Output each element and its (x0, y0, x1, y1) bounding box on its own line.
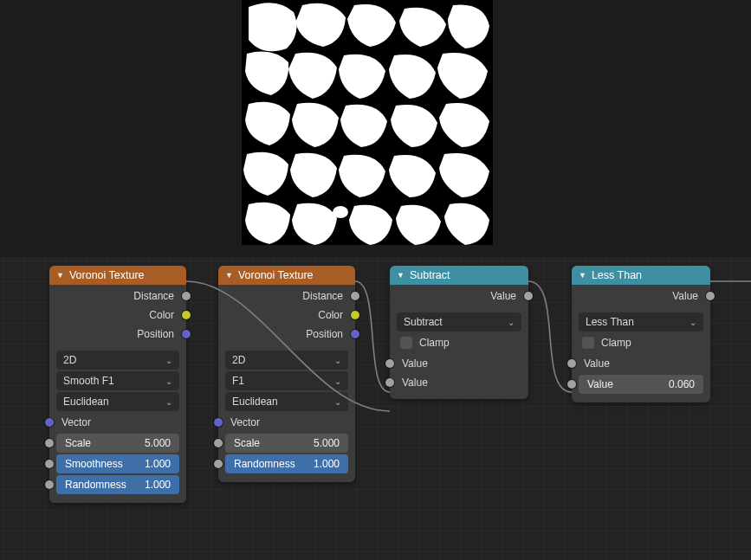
clamp-checkbox[interactable] (582, 337, 594, 349)
socket-threshold-in[interactable] (567, 380, 576, 389)
collapse-triangle-icon[interactable]: ▼ (397, 271, 405, 280)
input-value-2: Value (390, 373, 528, 392)
voronoi-preview-svg (242, 0, 493, 245)
socket-color-out[interactable] (351, 311, 359, 319)
chevron-down-icon: ⌄ (165, 356, 172, 365)
metric-select[interactable]: Euclidean ⌄ (225, 392, 348, 411)
node-header[interactable]: ▼ Voronoi Texture (218, 266, 355, 285)
output-color: Color (218, 306, 355, 325)
mode-select[interactable]: Smooth F1 ⌄ (56, 371, 179, 390)
output-distance: Distance (49, 286, 186, 306)
node-title: Voronoi Texture (69, 269, 145, 281)
socket-distance-out[interactable] (351, 292, 359, 300)
chevron-down-icon: ⌄ (508, 318, 515, 327)
svg-point-1 (333, 206, 348, 218)
math-subtract-node[interactable]: ▼ Subtract Value Subtract ⌄ Clamp Value … (390, 266, 528, 399)
texture-preview (242, 0, 493, 245)
randomness-field[interactable]: Randomness 1.000 (56, 475, 179, 494)
threshold-field[interactable]: Value 0.060 (579, 375, 703, 394)
output-position: Position (49, 325, 186, 344)
scale-field[interactable]: Scale 5.000 (56, 434, 179, 453)
socket-color-out[interactable] (182, 311, 191, 319)
input-value-1: Value (390, 354, 528, 373)
socket-position-out[interactable] (351, 330, 359, 338)
clamp-row: Clamp (579, 333, 703, 352)
output-value: Value (390, 286, 528, 306)
operation-select[interactable]: Less Than ⌄ (579, 312, 703, 331)
output-color: Color (49, 306, 186, 325)
node-header[interactable]: ▼ Subtract (390, 266, 528, 285)
node-title: Voronoi Texture (238, 269, 314, 281)
chevron-down-icon: ⌄ (334, 377, 341, 386)
socket-value1-in[interactable] (567, 359, 576, 368)
socket-smoothness-in[interactable] (45, 460, 54, 468)
socket-randomness-in[interactable] (45, 480, 54, 489)
randomness-field[interactable]: Randomness 1.000 (225, 454, 348, 473)
voronoi-texture-node-2[interactable]: ▼ Voronoi Texture Distance Color Positio… (218, 266, 355, 482)
mode-select[interactable]: F1 ⌄ (225, 371, 348, 390)
node-header[interactable]: ▼ Less Than (572, 266, 710, 285)
output-distance: Distance (218, 286, 355, 306)
socket-scale-in[interactable] (45, 439, 54, 447)
chevron-down-icon: ⌄ (165, 377, 172, 386)
node-header[interactable]: ▼ Voronoi Texture (49, 266, 186, 285)
socket-randomness-in[interactable] (214, 460, 223, 468)
socket-vector-in[interactable] (45, 418, 54, 427)
socket-value-out[interactable] (524, 292, 533, 300)
socket-scale-in[interactable] (214, 439, 223, 447)
dimensions-select[interactable]: 2D ⌄ (225, 351, 348, 370)
smoothness-field[interactable]: Smoothness 1.000 (56, 454, 179, 473)
node-title: Less Than (592, 269, 642, 281)
input-value-1: Value (572, 354, 710, 373)
collapse-triangle-icon[interactable]: ▼ (579, 271, 586, 280)
chevron-down-icon: ⌄ (165, 397, 172, 407)
socket-value2-in[interactable] (385, 378, 394, 387)
voronoi-texture-node-1[interactable]: ▼ Voronoi Texture Distance Color Positio… (49, 266, 186, 503)
math-less-than-node[interactable]: ▼ Less Than Value Less Than ⌄ Clamp Valu… (572, 266, 710, 402)
collapse-triangle-icon[interactable]: ▼ (56, 271, 64, 280)
preview-area (0, 0, 751, 257)
scale-field[interactable]: Scale 5.000 (225, 434, 348, 453)
chevron-down-icon: ⌄ (334, 397, 341, 407)
clamp-row: Clamp (397, 333, 521, 352)
clamp-checkbox[interactable] (400, 337, 412, 349)
metric-select[interactable]: Euclidean ⌄ (56, 392, 179, 411)
socket-value-out[interactable] (706, 292, 715, 300)
output-value: Value (572, 286, 710, 306)
socket-vector-in[interactable] (214, 418, 223, 427)
input-vector: Vector (49, 413, 186, 432)
dimensions-select[interactable]: 2D ⌄ (56, 351, 179, 370)
output-position: Position (218, 325, 355, 344)
node-title: Subtract (410, 269, 450, 281)
chevron-down-icon: ⌄ (334, 356, 341, 365)
operation-select[interactable]: Subtract ⌄ (397, 312, 521, 331)
chevron-down-icon: ⌄ (689, 318, 696, 327)
collapse-triangle-icon[interactable]: ▼ (225, 271, 233, 280)
socket-position-out[interactable] (182, 330, 191, 338)
socket-distance-out[interactable] (182, 292, 191, 300)
input-vector: Vector (218, 413, 355, 432)
socket-value1-in[interactable] (385, 359, 394, 368)
